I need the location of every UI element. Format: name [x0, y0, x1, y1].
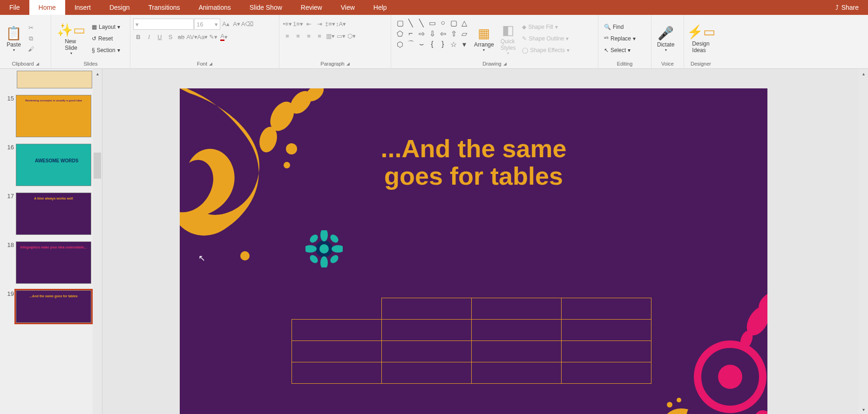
- share-button[interactable]: ⤴ Share: [835, 4, 868, 11]
- shape-oval-icon[interactable]: ○: [438, 18, 448, 28]
- slide-title[interactable]: ...And the same goes for tables: [180, 135, 767, 190]
- canvas-scrollbar[interactable]: ▴ ▾: [859, 69, 868, 414]
- columns-button[interactable]: ▥▾: [325, 31, 335, 41]
- change-case-button[interactable]: Aa▾: [197, 32, 208, 42]
- shape-outline-button[interactable]: ✎ Shape Outline ▾: [519, 33, 572, 44]
- shape-misc-icon[interactable]: ▱: [459, 28, 469, 39]
- numbering-button[interactable]: 1≡▾: [293, 19, 303, 29]
- align-center-button[interactable]: ≡: [293, 31, 303, 41]
- line-spacing-button[interactable]: ‡≡▾: [325, 19, 335, 29]
- design-ideas-button[interactable]: ⚡▭ Design Ideas: [687, 17, 715, 60]
- shape-curve-icon[interactable]: ⌒: [406, 39, 416, 49]
- tab-file[interactable]: File: [0, 0, 29, 15]
- slide-table[interactable]: [292, 298, 651, 384]
- shape-pentagon-icon[interactable]: ⬠: [395, 28, 405, 39]
- quick-styles-button[interactable]: ◧ Quick Styles ▾: [498, 17, 519, 60]
- paste-button[interactable]: 📋 Paste ▾: [3, 17, 25, 60]
- tab-animations[interactable]: Animations: [189, 0, 240, 15]
- cut-button[interactable]: ✂: [26, 23, 36, 33]
- layout-button[interactable]: ▦ Layout ▾: [89, 21, 123, 33]
- highlight-button[interactable]: ✎▾: [208, 32, 218, 42]
- text-direction-button[interactable]: ↕A▾: [336, 19, 346, 29]
- tab-review[interactable]: Review: [292, 0, 332, 15]
- shape-rrect-icon[interactable]: ▢: [448, 18, 459, 28]
- select-button[interactable]: ↖ Select ▾: [601, 45, 638, 56]
- thumbnail-scrollbar[interactable]: ▴: [93, 69, 102, 414]
- copy-button[interactable]: ⧉: [26, 33, 36, 44]
- shape-line-icon[interactable]: ╲: [406, 18, 416, 28]
- svg-point-9: [319, 244, 329, 254]
- font-family-combo[interactable]: ▾: [133, 19, 194, 30]
- shadow-button[interactable]: S: [165, 32, 176, 42]
- char-spacing-button[interactable]: AV▾: [187, 32, 197, 42]
- new-slide-button[interactable]: ✨▭ New Slide ▾: [54, 17, 88, 60]
- shape-textbox-icon[interactable]: ▢: [395, 18, 405, 28]
- find-button[interactable]: 🔍 Find: [601, 21, 638, 33]
- shape-rect-icon[interactable]: ▭: [427, 18, 437, 28]
- scroll-thumb[interactable]: [94, 153, 101, 179]
- shape-hex-icon[interactable]: ⬡: [395, 39, 405, 49]
- decrease-font-button[interactable]: A▾: [231, 19, 242, 29]
- shape-more-icon[interactable]: ▾: [459, 39, 469, 49]
- thumbnail-16[interactable]: AWESOME WORDS: [16, 144, 91, 186]
- bullets-button[interactable]: •≡▾: [282, 19, 292, 29]
- shape-triangle-icon[interactable]: △: [459, 18, 469, 28]
- thumbnail-17[interactable]: A time always works well: [16, 193, 91, 235]
- format-painter-button[interactable]: 🖌: [26, 44, 36, 54]
- shape-fill-button[interactable]: ◆ Shape Fill ▾: [519, 21, 572, 33]
- increase-font-button[interactable]: A▴: [221, 19, 231, 29]
- justify-button[interactable]: ≡: [314, 31, 325, 41]
- slide-canvas-area[interactable]: ...And the same goes for tables: [102, 69, 868, 414]
- tab-slideshow[interactable]: Slide Show: [240, 0, 292, 15]
- decrease-indent-button[interactable]: ⇤: [304, 19, 314, 29]
- shapes-gallery[interactable]: ▢ ╲ ╲ ▭ ○ ▢ △ ⬠ ⌐ ⇨ ⇩ ⇦ ⇧ ▱ ⬡ ⌒ ⌣ { } ☆: [394, 17, 470, 60]
- italic-button[interactable]: I: [144, 32, 154, 42]
- font-launcher[interactable]: ◢: [209, 61, 212, 66]
- shape-line2-icon[interactable]: ╲: [416, 18, 427, 28]
- tab-design[interactable]: Design: [100, 0, 139, 15]
- tab-home[interactable]: Home: [29, 0, 65, 15]
- shape-arrow1-icon[interactable]: ⇨: [416, 28, 427, 39]
- shape-arrow2-icon[interactable]: ⇩: [427, 28, 437, 39]
- dictate-button[interactable]: 🎤 Dictate ▾: [654, 17, 677, 60]
- paragraph-launcher[interactable]: ◢: [346, 61, 350, 66]
- underline-button[interactable]: U: [155, 32, 165, 42]
- thumbnail-partial[interactable]: [17, 71, 92, 88]
- tab-insert[interactable]: Insert: [65, 0, 100, 15]
- reset-button[interactable]: ↺ Reset: [89, 33, 123, 44]
- drawing-launcher[interactable]: ◢: [503, 61, 507, 66]
- shape-arrow3-icon[interactable]: ⇦: [438, 28, 448, 39]
- thumbnail-18[interactable]: Infographics make your idea understable.…: [16, 241, 91, 284]
- shape-elbow-icon[interactable]: ⌐: [406, 28, 416, 39]
- arrange-button[interactable]: ▦ Arrange ▾: [471, 17, 497, 60]
- slide-thumbnail-panel[interactable]: 15 Reviewing concepts is usually a good …: [0, 69, 102, 414]
- shape-brace1-icon[interactable]: {: [427, 39, 437, 49]
- strike-button[interactable]: ab: [176, 32, 186, 42]
- scroll-up-button[interactable]: ▴: [859, 69, 868, 78]
- increase-indent-button[interactable]: ⇥: [314, 19, 325, 29]
- shape-arc-icon[interactable]: ⌣: [416, 39, 427, 49]
- tab-help[interactable]: Help: [364, 0, 396, 15]
- tab-transitions[interactable]: Transitions: [139, 0, 190, 15]
- scroll-down-button[interactable]: ▾: [859, 405, 868, 414]
- shape-star-icon[interactable]: ☆: [448, 39, 459, 49]
- smartart-button[interactable]: ⬡▾: [346, 31, 357, 41]
- slide[interactable]: ...And the same goes for tables: [180, 88, 767, 414]
- shape-brace2-icon[interactable]: }: [438, 39, 448, 49]
- thumbnail-15[interactable]: Reviewing concepts is usually a good ide…: [16, 95, 91, 137]
- clipboard-launcher[interactable]: ◢: [36, 61, 39, 66]
- section-button[interactable]: § Section ▾: [89, 45, 123, 56]
- thumbnail-19[interactable]: ...And the same goes for tables: [16, 290, 91, 323]
- shape-arrow4-icon[interactable]: ⇧: [448, 28, 459, 39]
- clear-format-button[interactable]: A⌫: [242, 19, 252, 29]
- tab-view[interactable]: View: [332, 0, 364, 15]
- scroll-up-button[interactable]: ▴: [93, 69, 102, 78]
- align-text-button[interactable]: ▭▾: [336, 31, 346, 41]
- shape-effects-button[interactable]: ◯ Shape Effects ▾: [519, 45, 572, 56]
- font-color-button[interactable]: A▾: [219, 32, 229, 42]
- align-right-button[interactable]: ≡: [304, 31, 314, 41]
- replace-button[interactable]: ᵃᵇ Replace ▾: [601, 33, 638, 44]
- align-left-button[interactable]: ≡: [282, 31, 292, 41]
- bold-button[interactable]: B: [133, 32, 143, 42]
- font-size-combo[interactable]: 16▾: [194, 19, 220, 30]
